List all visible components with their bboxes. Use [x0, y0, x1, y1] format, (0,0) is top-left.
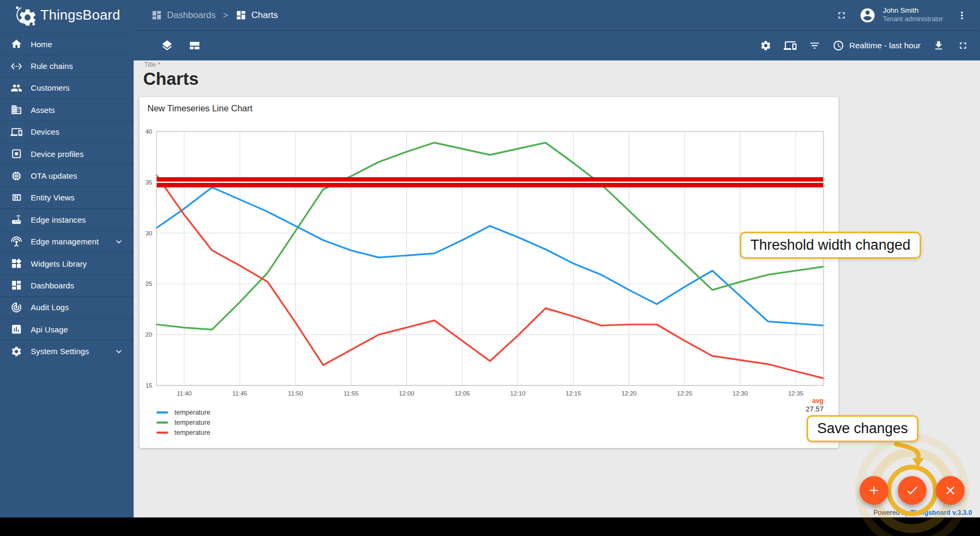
sidebar-item-device-profiles[interactable]: Device profiles	[0, 143, 134, 164]
fullscreen-button[interactable]	[831, 5, 852, 26]
user-menu[interactable]: John Smith Tenant administrator	[883, 6, 943, 24]
fullscreen-icon	[958, 40, 968, 51]
layers-icon	[161, 39, 173, 52]
gear-icon	[760, 40, 772, 51]
manage-layouts-button[interactable]	[184, 35, 205, 56]
sidebar-item-home[interactable]: Home	[0, 33, 134, 55]
ota-updates-icon	[11, 170, 22, 182]
dashboards-icon	[151, 10, 162, 21]
widgets-library-icon	[11, 258, 22, 269]
dashboard-settings-button[interactable]	[755, 35, 776, 56]
sidebar-item-widgets-library[interactable]: Widgets Library	[0, 252, 134, 274]
system-settings-icon	[11, 346, 22, 357]
sidebar-item-audit-logs[interactable]: Audit Logs	[0, 296, 134, 318]
breadcrumb-item-charts[interactable]: Charts	[235, 10, 278, 21]
avatar[interactable]	[859, 6, 877, 24]
legend-item[interactable]: temperature	[156, 419, 210, 426]
user-role: Tenant administrator	[883, 15, 943, 24]
sidebar-item-label: System Settings	[31, 347, 105, 356]
aggregation-readout: avg 27.57	[806, 397, 824, 414]
svg-text:25: 25	[145, 280, 152, 287]
edge-instances-icon	[11, 214, 22, 225]
devices-icon	[784, 39, 797, 52]
svg-text:12:20: 12:20	[622, 390, 637, 397]
legend-item[interactable]: temperature	[156, 429, 210, 436]
sidebar-item-edge-management[interactable]: Edge management	[0, 231, 134, 252]
dashboards-icon	[11, 279, 22, 291]
breadcrumb-label: Dashboards	[167, 10, 216, 21]
save-changes-fab[interactable]	[898, 476, 926, 505]
legend-swatch	[156, 432, 168, 434]
sidebar-item-assets[interactable]: Assets	[0, 99, 134, 120]
chart-legend: temperaturetemperaturetemperature	[156, 409, 210, 436]
powered-by-link[interactable]: Thingsboard v.3.3.0	[911, 509, 972, 516]
fullscreen-icon	[836, 10, 847, 21]
sidebar-item-label: Entity Views	[31, 193, 124, 202]
entity-views-icon	[11, 192, 22, 204]
assets-icon	[11, 104, 22, 116]
svg-text:11:45: 11:45	[232, 390, 247, 397]
edge-management-icon	[11, 236, 22, 248]
dashboard-title-input[interactable]: Charts	[143, 69, 199, 89]
svg-text:12:35: 12:35	[788, 390, 803, 397]
sidebar-item-system-settings[interactable]: System Settings	[0, 340, 134, 362]
dashboard-title-label: Title *	[144, 61, 160, 68]
sidebar-item-devices[interactable]: Devices	[0, 121, 134, 143]
device-profiles-icon	[11, 148, 22, 160]
svg-text:11:40: 11:40	[177, 390, 191, 397]
sidebar-item-label: Customers	[31, 83, 124, 92]
thingsboard-logo[interactable]: ThingsBoard	[16, 0, 120, 30]
timewindow-label: Realtime - last hour	[850, 41, 921, 50]
breadcrumb: Dashboards > Charts	[151, 0, 278, 30]
legend-swatch	[156, 421, 168, 424]
more-menu-button[interactable]	[951, 5, 973, 26]
audit-logs-icon	[11, 302, 22, 313]
breadcrumb-item-dashboards[interactable]: Dashboards	[151, 10, 216, 21]
svg-text:12:05: 12:05	[454, 390, 470, 397]
svg-text:11:55: 11:55	[344, 390, 358, 397]
sidebar-item-label: Device profiles	[31, 150, 124, 159]
chevron-down-icon	[113, 346, 124, 357]
svg-text:40: 40	[145, 128, 152, 135]
legend-label: temperature	[174, 429, 210, 436]
thingsboard-app: ThingsBoard Dashboards > Charts John Smi…	[0, 0, 980, 536]
sidebar-item-label: OTA updates	[31, 171, 124, 180]
sidebar-item-ota-updates[interactable]: OTA updates	[0, 164, 134, 186]
save-tooltip: Save changes	[807, 415, 918, 442]
sidebar-item-api-usage[interactable]: Api Usage	[0, 318, 134, 340]
sidebar-item-customers[interactable]: Customers	[0, 77, 134, 99]
breadcrumb-label: Charts	[251, 10, 278, 21]
svg-text:15: 15	[145, 382, 152, 389]
sidebar: HomeRule chainsCustomersAssetsDevicesDev…	[0, 30, 134, 517]
api-usage-icon	[11, 323, 22, 335]
svg-text:12:10: 12:10	[510, 390, 526, 397]
sidebar-item-dashboards[interactable]: Dashboards	[0, 274, 134, 296]
entity-aliases-button[interactable]	[780, 35, 801, 56]
dashboard-fullscreen-button[interactable]	[952, 35, 974, 56]
sidebar-item-label: Rule chains	[31, 61, 124, 71]
legend-label: temperature	[174, 409, 210, 416]
timewindow-button[interactable]: Realtime - last hour	[828, 40, 925, 51]
sidebar-item-rule-chains[interactable]: Rule chains	[0, 55, 134, 76]
sidebar-item-entity-views[interactable]: Entity Views	[0, 187, 134, 208]
add-widget-fab[interactable]	[860, 476, 888, 505]
dashboard-states-button[interactable]	[156, 35, 178, 56]
sidebar-item-label: Edge instances	[31, 215, 124, 224]
sidebar-item-label: Edge management	[31, 237, 105, 246]
export-dashboard-button[interactable]	[928, 35, 949, 56]
rule-chains-icon	[11, 60, 22, 72]
filters-button[interactable]	[804, 35, 825, 56]
app-header: ThingsBoard Dashboards > Charts John Smi…	[0, 0, 980, 30]
legend-item[interactable]: temperature	[156, 409, 210, 416]
dashboards-icon	[235, 10, 247, 21]
svg-text:35: 35	[145, 179, 152, 186]
sidebar-item-edge-instances[interactable]: Edge instances	[0, 208, 134, 230]
aggregation-label: avg	[806, 397, 824, 405]
svg-text:12:30: 12:30	[732, 390, 748, 397]
svg-text:30: 30	[145, 230, 152, 236]
cancel-changes-fab[interactable]	[936, 476, 965, 505]
svg-text:12:00: 12:00	[399, 390, 414, 397]
timeseries-chart[interactable]: 15202530354011:4011:4511:5011:5512:0012:…	[139, 97, 838, 415]
home-icon	[11, 38, 22, 50]
download-icon	[933, 40, 944, 51]
